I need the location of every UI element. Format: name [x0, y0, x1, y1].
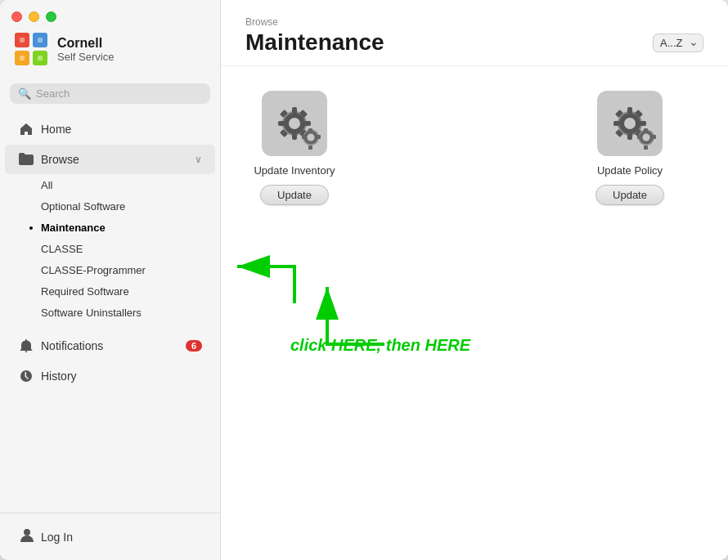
chevron-down-icon: ∨: [195, 154, 202, 165]
browse-child-classe[interactable]: CLASSE: [5, 239, 215, 259]
svg-point-8: [24, 529, 30, 535]
item-card-update-policy: Update Policy Update: [581, 91, 679, 205]
app-window: Cornell Self Service 🔍 Home: [0, 0, 728, 560]
login-item[interactable]: Log In: [13, 523, 207, 550]
browse-child-software-uninstallers[interactable]: Software Uninstallers: [5, 302, 215, 323]
search-icon: 🔍: [18, 87, 31, 100]
history-label: History: [41, 370, 202, 383]
items-grid: Update Inventory Update: [245, 91, 703, 205]
person-icon: [20, 528, 34, 545]
app-subtitle: Self Service: [57, 51, 114, 63]
svg-rect-30: [627, 133, 632, 140]
browse-label: Browse: [41, 153, 195, 166]
svg-rect-13: [292, 133, 297, 140]
svg-rect-31: [613, 121, 620, 126]
login-label: Log In: [41, 531, 73, 544]
minimize-button[interactable]: [29, 11, 39, 22]
home-label: Home: [41, 123, 202, 136]
svg-rect-6: [20, 56, 25, 60]
svg-point-28: [624, 118, 636, 129]
browse-child-all[interactable]: All: [5, 175, 215, 195]
svg-rect-41: [637, 135, 641, 139]
home-icon: [18, 121, 34, 137]
update-inventory-button[interactable]: Update: [260, 185, 329, 205]
svg-rect-14: [278, 121, 285, 126]
svg-rect-42: [652, 135, 656, 139]
content-header: Browse Maintenance A...Z Z...A: [221, 0, 728, 66]
update-policy-button[interactable]: Update: [595, 185, 664, 205]
svg-point-11: [289, 118, 300, 129]
maximize-button[interactable]: [46, 11, 56, 22]
sidebar-header: Cornell Self Service: [0, 23, 220, 80]
sort-select[interactable]: A...Z Z...A: [653, 34, 703, 52]
sidebar-item-home[interactable]: Home: [5, 114, 215, 144]
update-policy-name: Update Policy: [597, 164, 663, 177]
update-policy-icon: [597, 91, 663, 156]
folder-icon: [18, 151, 34, 168]
svg-rect-40: [644, 146, 648, 150]
app-title-block: Cornell Self Service: [57, 35, 114, 63]
svg-rect-24: [302, 135, 306, 139]
item-card-update-inventory: Update Inventory Update: [245, 91, 344, 205]
sidebar-item-history[interactable]: History: [5, 361, 215, 391]
browse-child-optional-software[interactable]: Optional Software: [5, 196, 215, 217]
header-right: A...Z Z...A: [653, 34, 703, 56]
breadcrumb: Browse: [245, 16, 384, 28]
svg-rect-32: [640, 121, 646, 126]
sort-wrapper[interactable]: A...Z Z...A: [653, 34, 703, 52]
clock-icon: [18, 368, 34, 384]
svg-rect-39: [644, 128, 648, 132]
notifications-label: Notifications: [41, 339, 186, 352]
content-area: Update Inventory Update: [221, 66, 728, 560]
update-inventory-icon: [262, 91, 327, 156]
svg-rect-7: [38, 56, 43, 60]
svg-rect-29: [627, 107, 632, 114]
nav-section: Home Browse ∨ All: [0, 114, 220, 513]
header-left: Browse Maintenance: [245, 16, 384, 56]
svg-point-21: [308, 134, 315, 141]
app-icon: [13, 31, 49, 67]
traffic-lights: [11, 11, 56, 22]
page-title: Maintenance: [245, 29, 384, 56]
update-inventory-name: Update Inventory: [254, 164, 335, 177]
browse-child-maintenance[interactable]: Maintenance: [5, 217, 215, 238]
sidebar-footer: Log In: [0, 513, 220, 560]
sidebar-item-browse[interactable]: Browse ∨: [5, 145, 215, 174]
sidebar: Cornell Self Service 🔍 Home: [0, 0, 221, 560]
bell-icon: [18, 338, 34, 354]
svg-rect-5: [38, 38, 43, 43]
notification-count: 6: [186, 340, 202, 352]
browse-child-required-software[interactable]: Required Software: [5, 281, 215, 302]
close-button[interactable]: [11, 11, 22, 22]
search-input[interactable]: [36, 87, 202, 100]
svg-rect-22: [308, 128, 312, 132]
search-bar[interactable]: 🔍: [10, 83, 210, 104]
svg-rect-4: [20, 38, 25, 43]
app-title: Cornell: [57, 35, 114, 51]
svg-rect-12: [292, 107, 297, 114]
svg-point-38: [643, 134, 650, 141]
browse-child-classe-programmer[interactable]: CLASSE-Programmer: [5, 260, 215, 280]
svg-rect-15: [304, 121, 311, 126]
annotation-text: click HERE, then HERE: [290, 336, 470, 355]
main-content: Browse Maintenance A...Z Z...A: [221, 0, 728, 560]
svg-rect-23: [308, 146, 312, 150]
svg-rect-25: [317, 135, 321, 139]
sidebar-item-notifications[interactable]: Notifications 6: [5, 331, 215, 361]
main-layout: Cornell Self Service 🔍 Home: [0, 0, 728, 560]
browse-children: All Optional Software Maintenance CLASSE…: [0, 175, 220, 323]
